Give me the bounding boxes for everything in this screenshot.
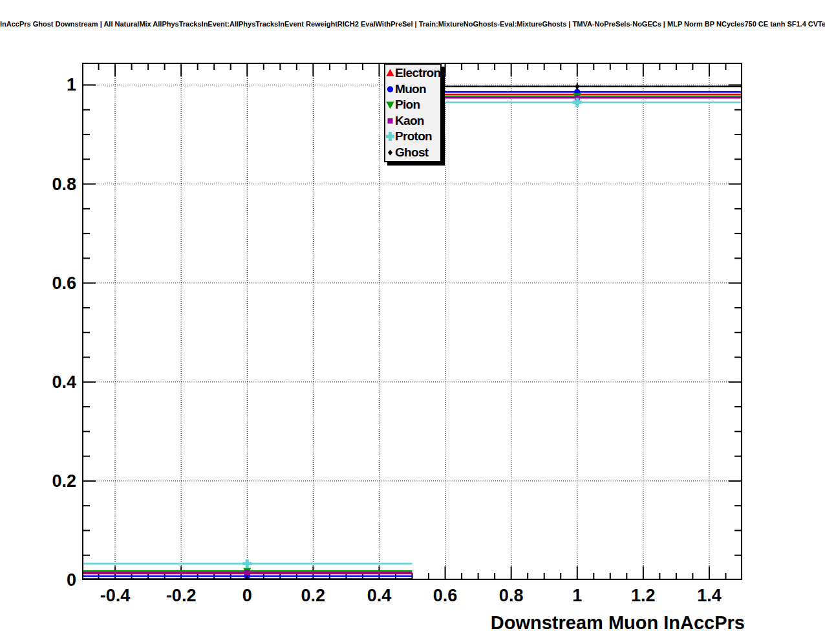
y-tick-label: 0.2 [12, 471, 76, 491]
x-tick-label: 1.2 [611, 586, 676, 606]
legend-label: Proton [395, 129, 432, 144]
y-tick-label: 1 [12, 75, 76, 94]
legend-item-pion: Pion [386, 97, 440, 113]
legend-label: Electron [395, 66, 440, 80]
legend-item-ghost: Ghost [386, 145, 440, 160]
legend-item-electron: Electron [386, 65, 440, 81]
x-tick-label: 0.2 [281, 586, 345, 606]
legend-label: Muon [395, 82, 426, 96]
x-tick-label: 1 [545, 586, 610, 606]
diamond-marker-icon [386, 148, 394, 157]
legend-label: Ghost [395, 145, 428, 160]
page-title: InAccPrs Ghost Downstream | All NaturalM… [0, 20, 825, 28]
legend-item-muon: Muon [386, 81, 440, 97]
y-tick-label: 0.8 [12, 175, 76, 194]
y-tick-label: 0.6 [12, 274, 76, 293]
cross-marker-icon [386, 132, 394, 141]
circle-marker-icon [386, 85, 394, 94]
x-tick-label: 0.6 [413, 586, 478, 606]
legend-box: ElectronMuonPionKaonProtonGhost [384, 63, 442, 162]
legend-label: Kaon [395, 114, 424, 128]
y-tick-label: 0 [12, 570, 76, 590]
y-tick-label: 0.4 [12, 372, 76, 392]
square-marker-icon [386, 116, 394, 125]
legend-item-kaon: Kaon [386, 113, 440, 129]
x-axis-title: Downstream Muon InAccPrs [491, 612, 745, 634]
x-tick-label: 0 [215, 586, 279, 606]
x-tick-label: -0.2 [149, 586, 213, 606]
legend-label: Pion [395, 98, 420, 112]
x-tick-label: 0.8 [479, 586, 544, 606]
triangle-up-marker-icon [386, 69, 394, 78]
x-tick-label: 1.4 [677, 586, 742, 606]
legend-item-proton: Proton [386, 129, 440, 144]
x-tick-label: 0.4 [347, 586, 411, 606]
triangle-down-marker-icon [386, 100, 394, 109]
root-canvas: InAccPrs Ghost Downstream | All NaturalM… [0, 0, 825, 644]
x-tick-label: -0.4 [83, 586, 147, 606]
